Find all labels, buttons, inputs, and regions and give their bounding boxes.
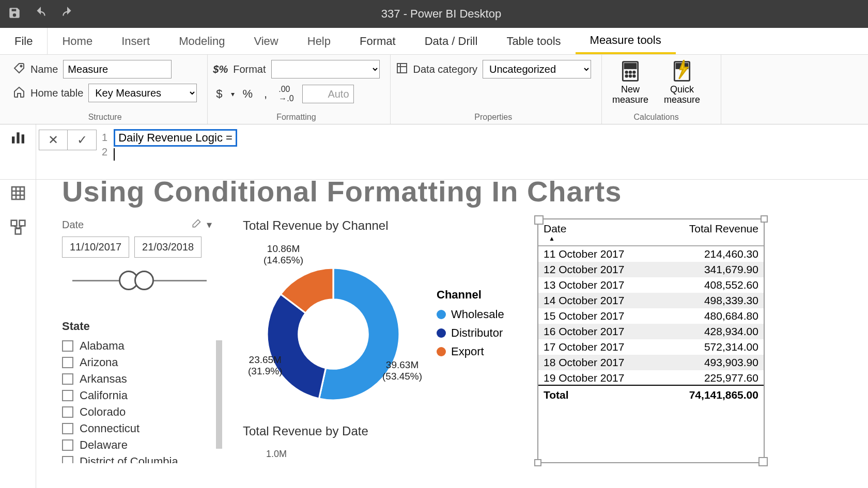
cell-date: 19 October 2017 <box>538 370 662 385</box>
checkbox-icon[interactable] <box>62 423 73 434</box>
svg-rect-14 <box>12 136 14 143</box>
table-row[interactable]: 13 October 2017408,552.60 <box>538 277 764 293</box>
state-item[interactable]: Alabama <box>62 339 217 353</box>
formula-editor[interactable]: Daily Revenue Logic = <box>111 127 237 177</box>
group-label-properties: Properties <box>396 113 592 124</box>
table-row[interactable]: 19 October 2017225,977.60 <box>538 370 764 385</box>
redo-icon[interactable] <box>60 6 74 22</box>
currency-button[interactable]: $ <box>213 86 225 102</box>
date-range-slider[interactable] <box>72 271 207 291</box>
tab-table-tools[interactable]: Table tools <box>492 28 575 54</box>
tab-home[interactable]: Home <box>48 28 107 54</box>
state-item[interactable]: Arizona <box>62 356 217 369</box>
decimals-input[interactable] <box>302 85 354 103</box>
cancel-formula-button[interactable]: ✕ <box>39 130 68 150</box>
state-item[interactable]: California <box>62 389 217 402</box>
checkbox-icon[interactable] <box>62 439 73 451</box>
tab-insert[interactable]: Insert <box>107 28 164 54</box>
measure-name-input[interactable] <box>63 60 172 78</box>
format-select[interactable] <box>271 60 380 78</box>
ribbon-group-structure: Name Home table Key Measures Structure <box>8 55 208 124</box>
checkbox-icon[interactable] <box>62 357 73 368</box>
model-view-icon[interactable] <box>10 219 26 238</box>
percent-button[interactable]: % <box>240 86 256 102</box>
date-slicer-visual[interactable]: Date ▾ 11/10/2017 21/03/2018 <box>62 218 217 463</box>
decimals-button[interactable]: .00→.0 <box>275 84 297 104</box>
tab-data-drill[interactable]: Data / Drill <box>410 28 492 54</box>
commit-formula-button[interactable]: ✓ <box>68 130 96 150</box>
legend-item[interactable]: Export <box>437 345 504 358</box>
quick-measure-button[interactable]: Quick measure <box>659 60 705 105</box>
slider-thumb-to[interactable] <box>134 271 154 290</box>
data-category-select[interactable]: Uncategorized <box>483 60 591 78</box>
table-row[interactable]: 15 October 2017480,684.80 <box>538 308 764 324</box>
report-view-icon[interactable] <box>10 130 26 148</box>
ribbon: Name Home table Key Measures Structure $… <box>0 55 868 124</box>
tab-view[interactable]: View <box>239 28 292 54</box>
tab-measure-tools[interactable]: Measure tools <box>576 28 676 54</box>
donut-chart-visual[interactable]: Total Revenue by Channel 39.63M (53.45%)… <box>243 218 512 463</box>
checkbox-icon[interactable] <box>62 373 73 385</box>
legend-item[interactable]: Distributor <box>437 326 504 340</box>
sort-asc-icon: ▲ <box>544 235 657 242</box>
checkbox-icon[interactable] <box>62 406 73 418</box>
checkbox-icon[interactable] <box>62 340 73 352</box>
table-row[interactable]: 17 October 2017572,314.00 <box>538 339 764 355</box>
svg-rect-16 <box>21 134 24 143</box>
view-switcher <box>0 124 36 179</box>
table-row[interactable]: 14 October 2017498,339.30 <box>538 293 764 308</box>
date-slicer-label: Date <box>62 219 84 231</box>
chevron-down-icon[interactable]: ▾ <box>207 218 212 231</box>
bar-chart-visual[interactable]: Total Revenue by Date 1.0M <box>243 424 512 460</box>
state-item[interactable]: Arkansas <box>62 372 217 386</box>
new-measure-button[interactable]: New measure <box>607 60 654 105</box>
cell-date: 18 October 2017 <box>538 355 662 370</box>
legend-swatch <box>437 310 446 319</box>
home-table-select[interactable]: Key Measures <box>88 84 197 102</box>
scrollbar[interactable] <box>216 340 222 449</box>
ribbon-group-properties: Data category Uncategorized Properties <box>391 55 602 124</box>
page-title: Using Conditional Formatting In Charts <box>62 180 853 208</box>
bar-title: Total Revenue by Date <box>243 424 512 438</box>
svg-rect-17 <box>12 187 24 199</box>
state-item[interactable]: Delaware <box>62 438 217 452</box>
date-to-input[interactable]: 21/03/2018 <box>134 237 202 258</box>
table-col-revenue[interactable]: Total Revenue <box>662 219 764 245</box>
state-item[interactable]: Colorado <box>62 405 217 419</box>
svg-point-10 <box>629 75 631 77</box>
donut-legend: Channel WholesaleDistributorExport <box>437 288 504 364</box>
table-visual[interactable]: Date▲ Total Revenue 11 October 2017214,4… <box>537 218 765 463</box>
tab-modeling[interactable]: Modeling <box>164 28 239 54</box>
legend-item[interactable]: Wholesale <box>437 308 504 321</box>
cell-date: 15 October 2017 <box>538 308 662 324</box>
comma-button[interactable]: , <box>261 86 270 102</box>
state-item[interactable]: Connecticut <box>62 422 217 435</box>
state-item[interactable]: District of Columbia <box>62 455 217 463</box>
tab-help[interactable]: Help <box>293 28 345 54</box>
dropdown-icon[interactable]: ▾ <box>231 90 235 98</box>
table-row[interactable]: 16 October 2017428,934.00 <box>538 324 764 339</box>
table-row[interactable]: 12 October 2017341,679.90 <box>538 262 764 277</box>
table-col-date[interactable]: Date <box>544 223 566 234</box>
table-row[interactable]: 18 October 2017493,903.90 <box>538 355 764 370</box>
report-canvas[interactable]: Using Conditional Formatting In Charts D… <box>36 180 868 488</box>
date-from-input[interactable]: 11/10/2017 <box>62 237 129 258</box>
data-view-icon[interactable] <box>10 185 26 203</box>
cell-value: 498,339.30 <box>662 293 764 308</box>
ribbon-group-formatting: $% Format $ ▾ % , .00→.0 Formatting <box>208 55 390 124</box>
save-icon[interactable] <box>8 6 21 22</box>
title-bar: 337 - Power BI Desktop <box>0 0 868 28</box>
file-tab[interactable]: File <box>0 28 48 54</box>
state-slicer-visual[interactable]: State AlabamaArizonaArkansasCaliforniaCo… <box>62 320 217 463</box>
undo-icon[interactable] <box>34 6 48 22</box>
donut-data-label: 39.63M (53.45%) <box>382 359 422 382</box>
svg-rect-23 <box>19 221 25 226</box>
cell-value: 408,552.60 <box>662 277 764 293</box>
table-row[interactable]: 11 October 2017214,460.30 <box>538 246 764 262</box>
tab-format[interactable]: Format <box>345 28 410 54</box>
formula-token: Daily Revenue Logic = <box>114 129 237 147</box>
checkbox-icon[interactable] <box>62 390 73 401</box>
checkbox-icon[interactable] <box>62 456 73 463</box>
cell-date: 13 October 2017 <box>538 277 662 293</box>
eraser-icon[interactable] <box>191 218 202 231</box>
